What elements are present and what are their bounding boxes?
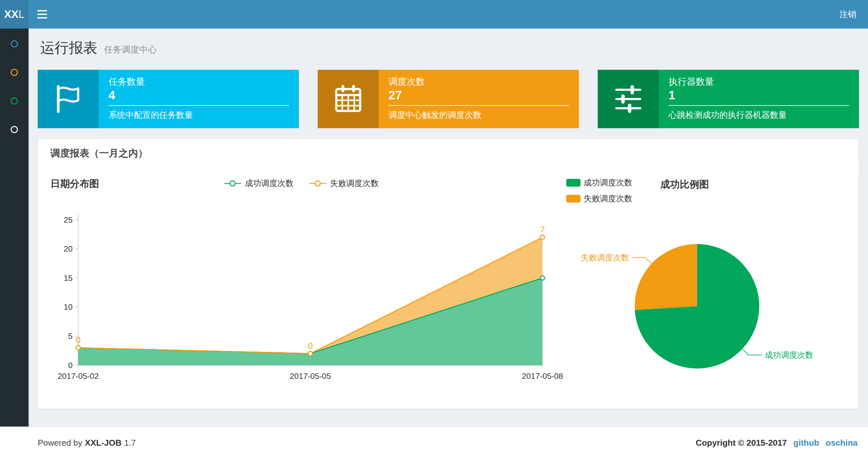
flag-icon (38, 70, 99, 128)
legend-label: 失败调度次数 (330, 178, 379, 189)
info-box-body: 任务数量 4 系统中配置的任务数量 (99, 70, 299, 128)
info-box-divider (669, 105, 849, 106)
page-header: 运行报表 任务调度中心 (38, 29, 859, 58)
svg-text:15: 15 (64, 274, 73, 283)
app-logo[interactable]: XXL (0, 0, 29, 29)
legend-item-成功调度次数[interactable]: 成功调度次数 (223, 178, 294, 189)
svg-text:5: 5 (68, 332, 73, 340)
hamburger-icon (37, 10, 47, 11)
info-box-value: 27 (389, 89, 569, 102)
svg-text:0: 0 (68, 361, 73, 370)
svg-text:20: 20 (64, 244, 73, 253)
info-box-title: 执行器数量 (669, 76, 849, 88)
info-box-body: 执行器数量 1 心跳检测成功的执行器机器数量 (659, 70, 859, 128)
svg-text:7: 7 (540, 225, 545, 234)
content-area: 运行报表 任务调度中心 任务数量 4 系统中配置的任务数量 (29, 29, 868, 427)
xxl-job-dashboard: XXL 注销 运行报表 任务调度中心 (0, 0, 868, 459)
pie-chart-legend: 成功调度次数失败调度次数 (566, 177, 632, 204)
success-ratio-section: 成功调度次数失败调度次数 成功比例图 成功调度次数失败调度次数 (566, 177, 846, 393)
legend-label: 成功调度次数 (245, 178, 294, 189)
sidebar-item-report[interactable] (11, 40, 18, 47)
sidebar-item-job[interactable] (11, 69, 18, 76)
sidebar-item-executor[interactable] (11, 126, 18, 133)
date-distribution-chart[interactable]: 05101520252017-05-022017-05-052017-05-08… (50, 201, 552, 393)
app-logo-text: XX (4, 8, 19, 21)
product-name: XXL-JOB (85, 438, 122, 448)
footer-copyright: Copyright © 2015-2017 github oschina (696, 438, 858, 448)
info-box-description: 调度中心触发的调度次数 (389, 109, 569, 121)
svg-text:25: 25 (64, 216, 73, 224)
info-box-value: 4 (108, 89, 289, 102)
info-box-body: 调度次数 27 调度中心触发的调度次数 (379, 70, 579, 128)
svg-text:10: 10 (64, 302, 73, 311)
pie-chart-title: 成功比例图 (660, 178, 709, 191)
svg-text:失败调度次数: 失败调度次数 (581, 253, 629, 262)
legend-item-成功调度次数[interactable]: 成功调度次数 (566, 177, 632, 188)
sliders-icon (598, 70, 659, 128)
schedule-report-panel: 调度报表（一月之内） 日期分布图 成功调度次数失败调度次数 0510152025… (38, 139, 859, 409)
info-box-description: 系统中配置的任务数量 (108, 109, 289, 121)
sidebar-toggle-button[interactable] (29, 0, 56, 29)
legend-label: 失败调度次数 (584, 193, 632, 204)
main-row: 运行报表 任务调度中心 任务数量 4 系统中配置的任务数量 (0, 29, 868, 427)
sidebar (0, 29, 29, 427)
sidebar-item-log[interactable] (11, 97, 18, 104)
line-chart-legend: 成功调度次数失败调度次数 (50, 178, 552, 189)
line-series-marker-icon (223, 179, 242, 187)
pie-chart-header: 成功调度次数失败调度次数 成功比例图 (566, 177, 846, 204)
line-series-marker-icon (309, 179, 327, 187)
pie-series-swatch-icon (566, 179, 581, 187)
info-box-value: 1 (669, 89, 849, 102)
info-box-executor-count: 执行器数量 1 心跳检测成功的执行器机器数量 (598, 70, 859, 128)
svg-text:2017-05-08: 2017-05-08 (522, 372, 563, 381)
info-box-row: 任务数量 4 系统中配置的任务数量 (38, 70, 859, 128)
page-title: 运行报表 (40, 40, 97, 56)
navbar-spacer (56, 0, 828, 29)
footer: Powered byXXL-JOB1.7 Copyright © 2015-20… (0, 427, 868, 459)
panel-body: 日期分布图 成功调度次数失败调度次数 05101520252017-05-022… (38, 168, 859, 409)
legend-label: 成功调度次数 (584, 177, 632, 188)
top-navbar: XXL 注销 (0, 0, 868, 29)
svg-text:0: 0 (308, 341, 313, 351)
page-subtitle: 任务调度中心 (104, 45, 157, 55)
product-version: 1.7 (124, 438, 136, 448)
info-box-divider (389, 105, 569, 106)
footer-powered-by: Powered byXXL-JOB1.7 (38, 438, 138, 448)
svg-text:0: 0 (76, 335, 81, 345)
svg-text:2017-05-02: 2017-05-02 (58, 372, 99, 381)
info-box-job-count: 任务数量 4 系统中配置的任务数量 (38, 70, 299, 128)
success-ratio-pie-chart[interactable]: 成功调度次数失败调度次数 (566, 213, 846, 387)
info-box-divider (108, 105, 289, 106)
panel-title: 调度报表（一月之内） (38, 139, 859, 168)
info-box-description: 心跳检测成功的执行器机器数量 (669, 109, 849, 121)
github-link[interactable]: github (793, 438, 819, 448)
info-box-trigger-count: 调度次数 27 调度中心触发的调度次数 (318, 70, 579, 128)
calendar-icon (318, 70, 379, 128)
svg-text:成功调度次数: 成功调度次数 (765, 350, 813, 359)
logout-link[interactable]: 注销 (828, 0, 868, 29)
pie-series-swatch-icon (566, 195, 581, 202)
line-chart-header: 日期分布图 成功调度次数失败调度次数 (50, 177, 552, 193)
legend-item-失败调度次数[interactable]: 失败调度次数 (566, 193, 632, 204)
info-box-title: 任务数量 (108, 76, 289, 88)
oschina-link[interactable]: oschina (826, 438, 858, 448)
date-distribution-section: 日期分布图 成功调度次数失败调度次数 05101520252017-05-022… (50, 177, 552, 393)
info-box-title: 调度次数 (389, 76, 569, 88)
legend-item-失败调度次数[interactable]: 失败调度次数 (309, 178, 379, 189)
copyright-text: Copyright © 2015-2017 (696, 438, 787, 448)
svg-text:2017-05-05: 2017-05-05 (290, 372, 331, 381)
